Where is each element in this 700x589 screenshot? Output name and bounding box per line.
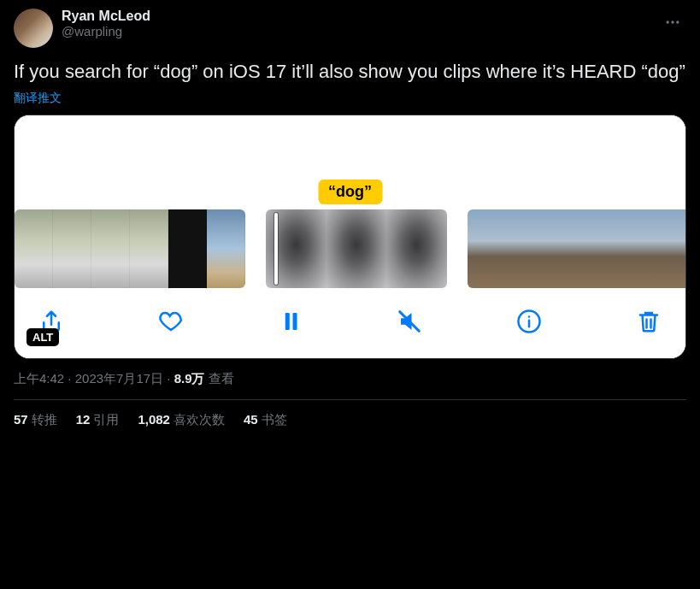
clip-group-2[interactable] <box>266 209 447 288</box>
reposts-stat[interactable]: 57转推 <box>14 412 57 428</box>
media-attachment[interactable]: “dog” <box>14 115 686 359</box>
author-display-name: Ryan McLeod <box>62 9 650 24</box>
mute-button[interactable] <box>395 307 424 336</box>
author-block[interactable]: Ryan McLeod @warpling <box>62 9 650 38</box>
clip-frame <box>207 209 245 288</box>
bookmarks-stat[interactable]: 45书签 <box>244 412 287 428</box>
clip-frame <box>15 209 53 288</box>
info-button[interactable] <box>515 307 544 336</box>
svg-point-2 <box>676 21 679 23</box>
clip-frame <box>168 209 207 288</box>
views-label: 查看 <box>205 371 234 386</box>
trash-icon <box>636 309 662 334</box>
tweet-stats: 57转推 12引用 1,082喜欢次数 45书签 <box>14 412 686 428</box>
clip-frame <box>653 209 686 288</box>
tweet-text: If you search for “dog” on iOS 17 it’ll … <box>14 60 686 85</box>
tweet-header: Ryan McLeod @warpling <box>14 9 686 48</box>
delete-button[interactable] <box>634 307 663 336</box>
author-handle: @warpling <box>62 24 650 38</box>
like-button[interactable] <box>156 307 185 336</box>
media-upper-area: “dog” <box>15 115 685 209</box>
tweet-meta: 上午4:42 · 2023年7月17日 · 8.9万 查看 <box>14 371 686 387</box>
clip-frame <box>579 209 615 288</box>
media-toolbar <box>15 292 685 358</box>
translate-link[interactable]: 翻译推文 <box>14 91 62 106</box>
clip-frame <box>326 209 387 288</box>
more-button[interactable] <box>659 9 686 39</box>
ellipsis-icon <box>664 14 681 31</box>
svg-rect-3 <box>285 313 289 330</box>
svg-point-1 <box>671 21 674 23</box>
alt-badge[interactable]: ALT <box>26 328 59 346</box>
svg-rect-4 <box>292 313 297 330</box>
clip-frame <box>615 209 652 288</box>
clip-frame <box>542 209 579 288</box>
divider <box>14 399 686 400</box>
svg-point-0 <box>667 21 669 23</box>
views-count: 8.9万 <box>174 371 205 386</box>
video-timeline[interactable] <box>15 209 685 292</box>
clip-frame <box>53 209 91 288</box>
pause-button[interactable] <box>276 307 305 336</box>
clip-group-3[interactable] <box>468 209 686 288</box>
likes-stat[interactable]: 1,082喜欢次数 <box>138 412 225 428</box>
quotes-stat[interactable]: 12引用 <box>76 412 120 428</box>
pause-icon <box>278 309 303 334</box>
heart-icon <box>158 309 184 334</box>
search-highlight-label: “dog” <box>318 180 382 204</box>
svg-point-8 <box>528 315 531 318</box>
avatar[interactable] <box>14 9 53 48</box>
clip-frame <box>468 209 504 288</box>
clip-group-1[interactable] <box>15 209 245 288</box>
clip-frame <box>504 209 541 288</box>
clip-frame <box>91 209 130 288</box>
tweet-time[interactable]: 上午4:42 <box>14 371 64 386</box>
clip-frame <box>130 209 168 288</box>
mute-icon <box>397 309 422 334</box>
playhead[interactable] <box>274 213 278 285</box>
clip-frame <box>386 209 447 288</box>
tweet-date[interactable]: 2023年7月17日 <box>75 371 163 386</box>
info-icon <box>516 309 542 334</box>
